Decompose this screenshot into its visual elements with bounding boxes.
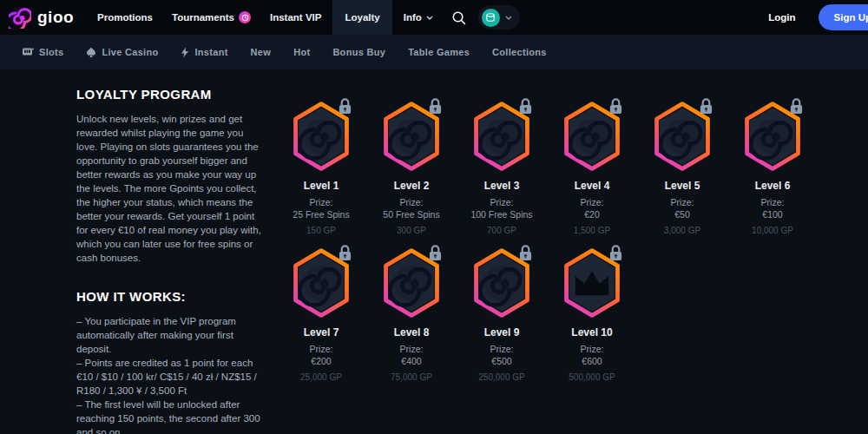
gp-requirement: 1,500 GP (574, 226, 610, 235)
lock-icon (338, 97, 352, 115)
gp-requirement: 700 GP (487, 226, 516, 235)
prize-value: €500 (491, 356, 511, 366)
level-name: Level 8 (394, 326, 430, 339)
nav-item-promotions[interactable]: Promotions (97, 0, 153, 35)
category-bonus-buy[interactable]: Bonus Buy (332, 47, 385, 57)
level-badge (377, 99, 446, 174)
nav-item-loyalty[interactable]: Loyalty (332, 0, 391, 35)
level-name: Level 9 (484, 326, 520, 339)
prize-value: 25 Free Spins (293, 209, 349, 220)
category-slots[interactable]: Slots (22, 47, 63, 57)
level-badge (557, 99, 627, 174)
prize-label: Prize: (581, 344, 604, 354)
level-name: Level 10 (571, 326, 612, 339)
spade-icon (86, 47, 96, 58)
gp-requirement: 300 GP (397, 226, 426, 235)
slots-icon (22, 47, 34, 57)
prize-value: €100 (762, 209, 782, 220)
level-badge (467, 246, 536, 320)
level-card: Level 1 Prize: 25 Free Spins 150 GP (276, 99, 366, 235)
gp-requirement: 10,000 GP (752, 226, 793, 235)
gp-requirement: 3,000 GP (664, 226, 700, 235)
prize-value: €600 (582, 356, 602, 366)
prize-value: €200 (311, 356, 331, 366)
gp-requirement: 25,000 GP (300, 372, 342, 382)
prize-label: Prize: (581, 197, 604, 207)
auth-zone: Login Sign Up (768, 4, 868, 30)
level-card: Level 3 Prize: 100 Free Spins 700 GP (457, 99, 547, 235)
nav-item-info[interactable]: Info (404, 0, 433, 35)
lock-icon (608, 97, 623, 115)
prize-label: Prize: (671, 197, 694, 207)
logo-text: gioo (37, 8, 74, 27)
level-badge (377, 246, 446, 320)
prize-value: €50 (674, 209, 690, 220)
level-badge (648, 99, 717, 174)
lightning-icon (181, 47, 189, 58)
prize-value: 100 Free Spins (470, 209, 532, 220)
prize-label: Prize: (400, 197, 424, 207)
level-card: Level 4 Prize: €20 1,500 GP (547, 99, 637, 235)
loyalty-intro-text: Unlock new levels, win prizes and get re… (76, 112, 262, 265)
prize-value: 50 Free Spins (383, 209, 439, 220)
level-name: Level 5 (665, 180, 700, 192)
login-button[interactable]: Login (768, 12, 795, 23)
tournaments-timer-badge (239, 11, 251, 23)
level-name: Level 4 (575, 180, 610, 192)
category-live-casino[interactable]: Live Casino (86, 47, 158, 58)
lock-icon (518, 244, 533, 261)
level-name: Level 3 (484, 180, 520, 192)
level-name: Level 7 (304, 326, 339, 339)
level-card: Level 2 Prize: 50 Free Spins 300 GP (366, 99, 457, 235)
level-card: Level 7 Prize: €200 25,000 GP (276, 246, 366, 382)
lock-icon (608, 244, 623, 261)
level-card: Level 5 Prize: €50 3,000 GP (637, 99, 727, 235)
search-button[interactable] (451, 10, 466, 25)
level-badge (738, 99, 807, 174)
gp-requirement: 150 GP (306, 226, 336, 235)
prize-label: Prize: (490, 197, 514, 207)
how-it-works-title: HOW IT WORKS: (76, 289, 262, 304)
category-table-games[interactable]: Table Games (408, 47, 470, 57)
category-hot[interactable]: Hot (293, 47, 310, 57)
level-name: Level 1 (304, 180, 339, 192)
level-card: Level 10 Prize: €600 500,000 GP (547, 246, 637, 382)
search-icon (451, 10, 466, 25)
logo[interactable]: gioo (9, 6, 74, 29)
prize-label: Prize: (761, 197, 785, 207)
nav-item-tournaments[interactable]: Tournaments (172, 0, 251, 35)
currency-selector[interactable] (478, 5, 520, 30)
level-name: Level 6 (755, 180, 791, 192)
prize-label: Prize: (310, 344, 333, 354)
how-it-works-item: – The first level will be unlocked after… (76, 398, 262, 434)
how-it-works-item: – You participate in the VIP program aut… (76, 314, 262, 356)
level-name: Level 2 (394, 180, 430, 192)
level-badge (557, 246, 627, 320)
coins-icon (485, 12, 496, 23)
gp-requirement: 75,000 GP (391, 372, 432, 382)
category-instant[interactable]: Instant (181, 47, 227, 58)
how-it-works-item: – Points are credited as 1 point for eac… (76, 356, 262, 398)
loyalty-text-column: LOYALTY PROGRAM Unlock new levels, win p… (76, 87, 262, 434)
category-new[interactable]: New (251, 47, 272, 57)
nav-item-instant-vip[interactable]: Instant VIP (270, 0, 321, 35)
category-navbar: Slots Live Casino Instant New Hot Bonus … (0, 35, 868, 69)
prize-label: Prize: (310, 197, 333, 207)
logo-spiral-icon (9, 6, 31, 29)
top-navbar: gioo Promotions Tournaments Instant VIP … (0, 0, 868, 35)
gp-requirement: 250,000 GP (478, 372, 524, 382)
lock-icon (428, 97, 443, 115)
lock-icon (699, 97, 713, 115)
level-card: Level 6 Prize: €100 10,000 GP (727, 99, 818, 235)
lock-icon (518, 97, 533, 115)
level-card: Level 8 Prize: €400 75,000 GP (366, 246, 457, 382)
chevron-down-icon (426, 16, 433, 20)
signup-button[interactable]: Sign Up (819, 4, 868, 30)
prize-label: Prize: (400, 344, 424, 354)
clock-icon (241, 14, 249, 22)
prize-value: €20 (584, 209, 600, 220)
main-content: LOYALTY PROGRAM Unlock new levels, win p… (0, 69, 868, 434)
category-collections[interactable]: Collections (492, 47, 547, 57)
lock-icon (338, 244, 352, 261)
level-badge (286, 246, 356, 320)
